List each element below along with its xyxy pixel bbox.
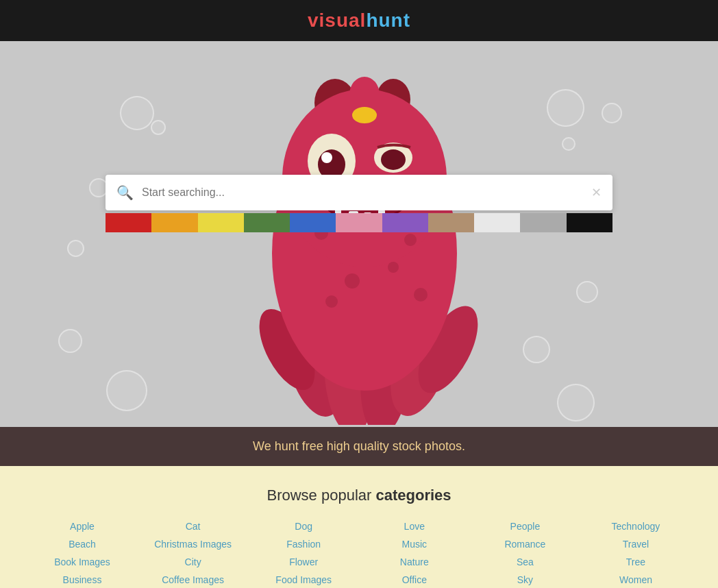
category-link-women[interactable]: Women [619, 574, 652, 585]
category-link-love[interactable]: Love [404, 521, 425, 532]
clear-icon[interactable]: ✕ [591, 185, 602, 200]
color-swatch-gray[interactable] [520, 213, 566, 232]
category-column-1: CatChristmas ImagesCityCoffee ImagesComp… [152, 521, 234, 588]
svg-point-24 [404, 234, 417, 246]
color-swatch-white[interactable] [474, 213, 520, 232]
bubble-decoration [576, 281, 598, 303]
category-link-sea[interactable]: Sea [517, 556, 534, 567]
category-link-beach[interactable]: Beach [69, 539, 96, 550]
category-link-nature[interactable]: Nature [400, 556, 429, 567]
category-column-2: DogFashionFlowerFood ImagesHappy [262, 521, 345, 588]
bubble-decoration [120, 96, 154, 130]
color-swatch-brown[interactable] [428, 213, 474, 232]
category-link-book-images[interactable]: Book Images [54, 556, 110, 567]
svg-point-16 [381, 149, 406, 170]
category-link-music[interactable]: Music [402, 539, 428, 550]
svg-point-27 [325, 295, 338, 308]
tagline-banner: We hunt free high quality stock photos. [0, 427, 718, 466]
svg-point-11 [352, 107, 377, 123]
site-logo[interactable]: visualhunt [308, 10, 410, 32]
categories-title-bold: categories [375, 487, 451, 504]
tagline-text: We hunt free high quality stock photos. [12, 439, 706, 454]
svg-point-28 [414, 288, 428, 302]
bubble-decoration [602, 103, 622, 123]
categories-title: Browse popular categories [41, 487, 677, 504]
search-input[interactable] [142, 186, 591, 199]
bubble-decoration [151, 120, 166, 135]
color-swatch-blue[interactable] [290, 213, 336, 232]
category-link-apple[interactable]: Apple [70, 521, 95, 532]
color-swatch-yellow[interactable] [198, 213, 244, 232]
search-icon: 🔍 [116, 184, 134, 201]
category-link-coffee-images[interactable]: Coffee Images [162, 574, 224, 585]
category-column-5: TechnologyTravelTreeWomenWork [595, 521, 677, 588]
categories-title-normal: Browse popular [267, 487, 371, 504]
categories-grid: AppleBeachBook ImagesBusinessCarCatChris… [41, 521, 677, 588]
category-link-flower[interactable]: Flower [289, 556, 318, 567]
logo-visual-text: visual [308, 10, 366, 31]
category-link-travel[interactable]: Travel [623, 539, 649, 550]
category-link-romance[interactable]: Romance [504, 539, 545, 550]
bubble-decoration [67, 240, 84, 257]
category-column-0: AppleBeachBook ImagesBusinessCar [41, 521, 123, 588]
color-swatch-red[interactable] [106, 213, 151, 232]
category-link-technology[interactable]: Technology [612, 521, 660, 532]
category-link-christmas-images[interactable]: Christmas Images [154, 539, 232, 550]
bubble-decoration [58, 329, 82, 353]
color-swatch-purple[interactable] [382, 213, 428, 232]
site-header: visualhunt [0, 0, 718, 41]
category-link-dog[interactable]: Dog [295, 521, 312, 532]
bubble-decoration [562, 137, 575, 151]
svg-point-26 [388, 262, 399, 273]
color-swatch-orange[interactable] [151, 213, 197, 232]
color-swatch-green[interactable] [244, 213, 290, 232]
hero-illustration [215, 41, 503, 425]
color-palette [106, 213, 612, 232]
categories-section: Browse popular categories AppleBeachBook… [0, 466, 718, 588]
category-link-city[interactable]: City [185, 556, 201, 567]
category-link-food-images[interactable]: Food Images [275, 574, 332, 585]
svg-point-14 [321, 152, 332, 163]
search-container: 🔍 ✕ [106, 175, 612, 232]
bubble-decoration [106, 370, 147, 411]
category-link-sky[interactable]: Sky [517, 574, 533, 585]
category-link-office[interactable]: Office [402, 574, 427, 585]
hero-section: 🔍 ✕ We hunt free high quality stock phot… [0, 41, 718, 466]
category-link-tree[interactable]: Tree [626, 556, 645, 567]
category-column-3: LoveMusicNatureOfficeParty Images [373, 521, 456, 588]
category-column-4: PeopleRomanceSeaSkySnow [484, 521, 566, 588]
bubble-decoration [547, 89, 584, 127]
search-box: 🔍 ✕ [106, 175, 612, 210]
bubble-decoration [557, 384, 595, 421]
color-swatch-pink[interactable] [336, 213, 382, 232]
logo-hunt-text: hunt [366, 10, 410, 31]
color-swatch-black[interactable] [567, 213, 612, 232]
category-link-business[interactable]: Business [63, 574, 102, 585]
category-link-fashion[interactable]: Fashion [286, 539, 321, 550]
bubble-decoration [523, 336, 550, 363]
category-link-people[interactable]: People [510, 521, 541, 532]
category-link-cat[interactable]: Cat [186, 521, 201, 532]
svg-point-25 [345, 273, 360, 289]
